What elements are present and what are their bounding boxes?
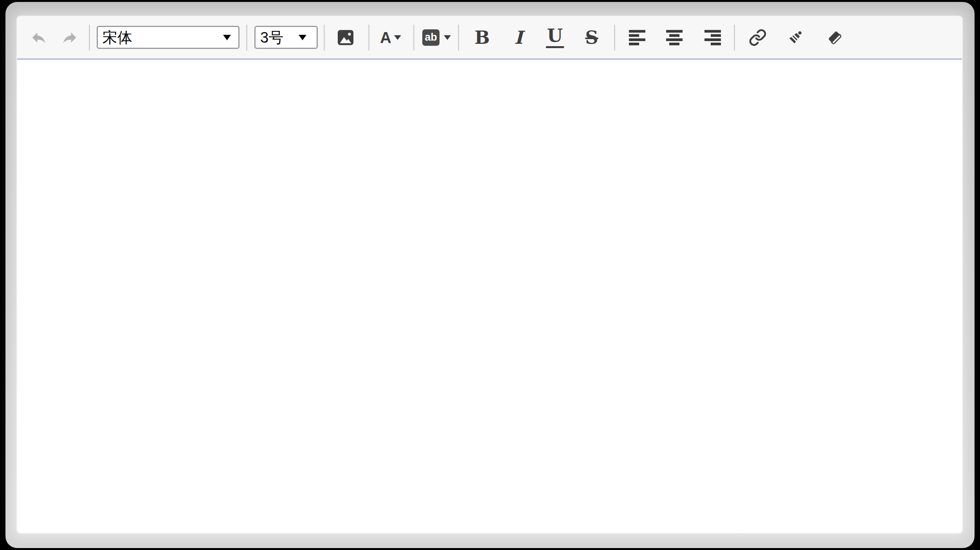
toolbar-separator (614, 25, 615, 50)
align-center-icon (666, 30, 683, 45)
highlight-chip: ab (422, 29, 440, 46)
bold-label: B (474, 29, 490, 47)
underline-label: U (546, 27, 564, 48)
bold-button[interactable]: B (470, 25, 495, 50)
align-center-button[interactable] (666, 29, 683, 46)
image-icon (337, 29, 354, 46)
toolbar-separator (246, 25, 247, 50)
italic-button[interactable]: I (506, 25, 531, 50)
redo-icon (61, 29, 78, 46)
toolbar-separator (458, 25, 459, 50)
font-color-button[interactable]: A (380, 30, 401, 45)
undo-button[interactable] (30, 29, 47, 46)
undo-icon (30, 29, 47, 46)
toolbar-separator (734, 25, 735, 50)
align-right-icon (704, 30, 722, 45)
link-icon (749, 29, 767, 47)
font-family-select[interactable]: 宋体 (97, 26, 240, 49)
caret-down-icon (223, 35, 231, 40)
font-family-value: 宋体 (98, 30, 132, 45)
toolbar-separator (413, 25, 414, 50)
align-left-button[interactable] (629, 29, 646, 46)
align-right-button[interactable] (704, 29, 722, 46)
font-size-select[interactable]: 3号 (254, 26, 318, 49)
toolbar-separator (324, 25, 325, 50)
caret-down-icon (394, 35, 401, 40)
clear-format-button[interactable] (825, 28, 844, 47)
strikethrough-button[interactable]: S (579, 25, 604, 50)
editor-panel: 宋体 3号 A (17, 16, 962, 533)
eraser-icon (826, 29, 844, 47)
editor-content-area[interactable] (17, 61, 962, 533)
align-left-icon (629, 30, 646, 45)
font-size-value: 3号 (256, 30, 283, 45)
font-color-label: A (380, 30, 391, 45)
redo-button[interactable] (61, 29, 78, 46)
editor-window: 宋体 3号 A (5, 2, 975, 548)
toolbar: 宋体 3号 A (17, 16, 962, 60)
insert-link-button[interactable] (748, 28, 767, 47)
format-brush-button[interactable] (786, 28, 805, 47)
paint-brush-icon (786, 29, 804, 47)
toolbar-separator (368, 25, 369, 50)
caret-down-icon (444, 35, 451, 40)
italic-label: I (514, 29, 523, 47)
caret-down-icon (299, 35, 306, 40)
highlight-color-button[interactable]: ab (422, 29, 451, 46)
strikethrough-label: S (585, 29, 598, 47)
underline-button[interactable]: U (542, 25, 567, 50)
highlight-label: ab (425, 32, 437, 43)
insert-image-button[interactable] (337, 29, 354, 46)
toolbar-separator (89, 25, 90, 50)
